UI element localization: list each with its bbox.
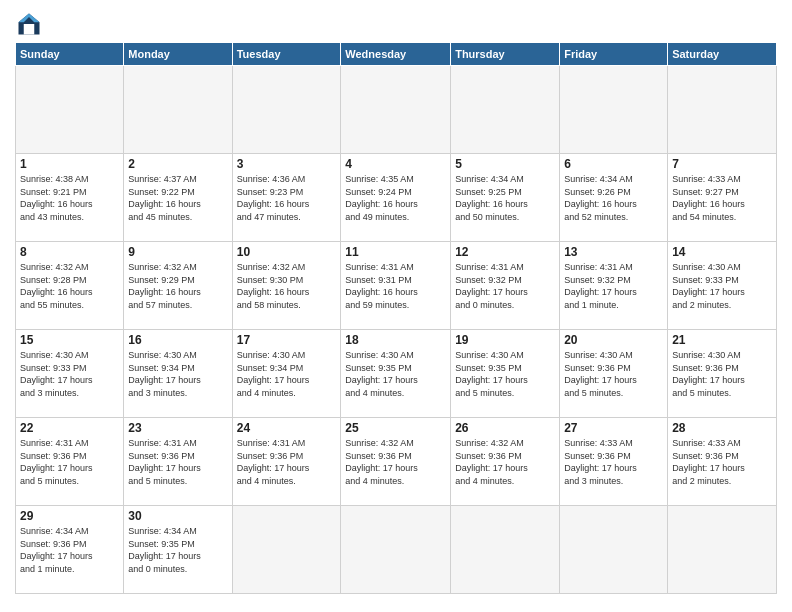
calendar-cell: 27Sunrise: 4:33 AMSunset: 9:36 PMDayligh…: [560, 418, 668, 506]
day-info: Sunrise: 4:31 AMSunset: 9:31 PMDaylight:…: [345, 261, 446, 311]
day-header-friday: Friday: [560, 43, 668, 66]
day-info: Sunrise: 4:33 AMSunset: 9:36 PMDaylight:…: [672, 437, 772, 487]
day-info: Sunrise: 4:38 AMSunset: 9:21 PMDaylight:…: [20, 173, 119, 223]
day-info: Sunrise: 4:31 AMSunset: 9:32 PMDaylight:…: [564, 261, 663, 311]
calendar-cell: 16Sunrise: 4:30 AMSunset: 9:34 PMDayligh…: [124, 330, 232, 418]
day-number: 20: [564, 333, 663, 347]
day-number: 10: [237, 245, 337, 259]
calendar-week-4: 22Sunrise: 4:31 AMSunset: 9:36 PMDayligh…: [16, 418, 777, 506]
calendar-cell: 29Sunrise: 4:34 AMSunset: 9:36 PMDayligh…: [16, 506, 124, 594]
day-info: Sunrise: 4:31 AMSunset: 9:36 PMDaylight:…: [237, 437, 337, 487]
calendar-cell: 30Sunrise: 4:34 AMSunset: 9:35 PMDayligh…: [124, 506, 232, 594]
calendar-cell: 18Sunrise: 4:30 AMSunset: 9:35 PMDayligh…: [341, 330, 451, 418]
calendar-cell: [124, 66, 232, 154]
calendar-cell: 5Sunrise: 4:34 AMSunset: 9:25 PMDaylight…: [451, 154, 560, 242]
calendar-table: SundayMondayTuesdayWednesdayThursdayFrid…: [15, 42, 777, 594]
day-info: Sunrise: 4:32 AMSunset: 9:30 PMDaylight:…: [237, 261, 337, 311]
calendar-cell: [341, 506, 451, 594]
calendar-cell: 25Sunrise: 4:32 AMSunset: 9:36 PMDayligh…: [341, 418, 451, 506]
day-info: Sunrise: 4:33 AMSunset: 9:36 PMDaylight:…: [564, 437, 663, 487]
calendar-cell: 3Sunrise: 4:36 AMSunset: 9:23 PMDaylight…: [232, 154, 341, 242]
day-info: Sunrise: 4:37 AMSunset: 9:22 PMDaylight:…: [128, 173, 227, 223]
calendar-week-0: [16, 66, 777, 154]
day-info: Sunrise: 4:30 AMSunset: 9:34 PMDaylight:…: [128, 349, 227, 399]
day-number: 16: [128, 333, 227, 347]
day-info: Sunrise: 4:31 AMSunset: 9:36 PMDaylight:…: [128, 437, 227, 487]
day-number: 3: [237, 157, 337, 171]
calendar-cell: [560, 506, 668, 594]
day-number: 1: [20, 157, 119, 171]
calendar-cell: [451, 66, 560, 154]
calendar-cell: 13Sunrise: 4:31 AMSunset: 9:32 PMDayligh…: [560, 242, 668, 330]
calendar-cell: 17Sunrise: 4:30 AMSunset: 9:34 PMDayligh…: [232, 330, 341, 418]
day-number: 11: [345, 245, 446, 259]
day-number: 12: [455, 245, 555, 259]
page-container: SundayMondayTuesdayWednesdayThursdayFrid…: [0, 0, 792, 604]
day-info: Sunrise: 4:30 AMSunset: 9:33 PMDaylight:…: [20, 349, 119, 399]
calendar-cell: 7Sunrise: 4:33 AMSunset: 9:27 PMDaylight…: [668, 154, 777, 242]
day-number: 5: [455, 157, 555, 171]
day-info: Sunrise: 4:34 AMSunset: 9:35 PMDaylight:…: [128, 525, 227, 575]
day-info: Sunrise: 4:31 AMSunset: 9:32 PMDaylight:…: [455, 261, 555, 311]
calendar-cell: 19Sunrise: 4:30 AMSunset: 9:35 PMDayligh…: [451, 330, 560, 418]
day-number: 26: [455, 421, 555, 435]
day-info: Sunrise: 4:34 AMSunset: 9:26 PMDaylight:…: [564, 173, 663, 223]
day-info: Sunrise: 4:32 AMSunset: 9:28 PMDaylight:…: [20, 261, 119, 311]
day-number: 28: [672, 421, 772, 435]
day-number: 4: [345, 157, 446, 171]
calendar-cell: [232, 66, 341, 154]
calendar-week-5: 29Sunrise: 4:34 AMSunset: 9:36 PMDayligh…: [16, 506, 777, 594]
day-info: Sunrise: 4:30 AMSunset: 9:36 PMDaylight:…: [564, 349, 663, 399]
calendar-cell: [668, 506, 777, 594]
calendar-cell: 1Sunrise: 4:38 AMSunset: 9:21 PMDaylight…: [16, 154, 124, 242]
calendar-cell: 2Sunrise: 4:37 AMSunset: 9:22 PMDaylight…: [124, 154, 232, 242]
calendar-cell: [560, 66, 668, 154]
logo-icon: [15, 10, 43, 38]
calendar-cell: 22Sunrise: 4:31 AMSunset: 9:36 PMDayligh…: [16, 418, 124, 506]
day-info: Sunrise: 4:34 AMSunset: 9:36 PMDaylight:…: [20, 525, 119, 575]
calendar-cell: 14Sunrise: 4:30 AMSunset: 9:33 PMDayligh…: [668, 242, 777, 330]
calendar-cell: 6Sunrise: 4:34 AMSunset: 9:26 PMDaylight…: [560, 154, 668, 242]
day-header-wednesday: Wednesday: [341, 43, 451, 66]
day-info: Sunrise: 4:32 AMSunset: 9:29 PMDaylight:…: [128, 261, 227, 311]
day-info: Sunrise: 4:30 AMSunset: 9:34 PMDaylight:…: [237, 349, 337, 399]
day-header-sunday: Sunday: [16, 43, 124, 66]
calendar-cell: [232, 506, 341, 594]
day-number: 29: [20, 509, 119, 523]
day-number: 9: [128, 245, 227, 259]
calendar-cell: 20Sunrise: 4:30 AMSunset: 9:36 PMDayligh…: [560, 330, 668, 418]
calendar-week-2: 8Sunrise: 4:32 AMSunset: 9:28 PMDaylight…: [16, 242, 777, 330]
calendar-cell: 15Sunrise: 4:30 AMSunset: 9:33 PMDayligh…: [16, 330, 124, 418]
calendar-cell: 21Sunrise: 4:30 AMSunset: 9:36 PMDayligh…: [668, 330, 777, 418]
day-number: 25: [345, 421, 446, 435]
day-info: Sunrise: 4:31 AMSunset: 9:36 PMDaylight:…: [20, 437, 119, 487]
calendar-cell: 11Sunrise: 4:31 AMSunset: 9:31 PMDayligh…: [341, 242, 451, 330]
day-number: 19: [455, 333, 555, 347]
day-number: 27: [564, 421, 663, 435]
day-info: Sunrise: 4:30 AMSunset: 9:35 PMDaylight:…: [455, 349, 555, 399]
day-info: Sunrise: 4:36 AMSunset: 9:23 PMDaylight:…: [237, 173, 337, 223]
calendar-cell: [668, 66, 777, 154]
calendar-cell: [451, 506, 560, 594]
calendar-cell: 24Sunrise: 4:31 AMSunset: 9:36 PMDayligh…: [232, 418, 341, 506]
day-number: 22: [20, 421, 119, 435]
header: [15, 10, 777, 38]
day-number: 6: [564, 157, 663, 171]
logo: [15, 10, 47, 38]
day-info: Sunrise: 4:30 AMSunset: 9:33 PMDaylight:…: [672, 261, 772, 311]
calendar-cell: 8Sunrise: 4:32 AMSunset: 9:28 PMDaylight…: [16, 242, 124, 330]
svg-rect-2: [24, 24, 35, 35]
calendar-cell: 23Sunrise: 4:31 AMSunset: 9:36 PMDayligh…: [124, 418, 232, 506]
day-header-thursday: Thursday: [451, 43, 560, 66]
calendar-header-row: SundayMondayTuesdayWednesdayThursdayFrid…: [16, 43, 777, 66]
day-info: Sunrise: 4:30 AMSunset: 9:36 PMDaylight:…: [672, 349, 772, 399]
calendar-cell: 9Sunrise: 4:32 AMSunset: 9:29 PMDaylight…: [124, 242, 232, 330]
day-number: 17: [237, 333, 337, 347]
day-info: Sunrise: 4:35 AMSunset: 9:24 PMDaylight:…: [345, 173, 446, 223]
calendar-cell: 12Sunrise: 4:31 AMSunset: 9:32 PMDayligh…: [451, 242, 560, 330]
day-number: 21: [672, 333, 772, 347]
calendar-cell: [16, 66, 124, 154]
day-number: 23: [128, 421, 227, 435]
day-number: 24: [237, 421, 337, 435]
calendar-cell: [341, 66, 451, 154]
